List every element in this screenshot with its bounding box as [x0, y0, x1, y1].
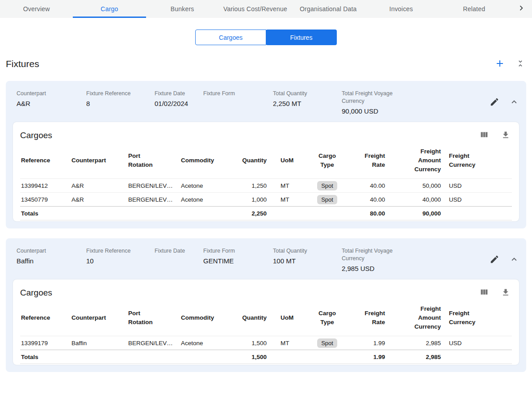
col-reference: Reference	[20, 313, 71, 322]
edit-fixture-button[interactable]	[490, 254, 499, 266]
cell-reference: 13399179	[20, 340, 71, 347]
col-port-rotation: Port Rotation	[127, 309, 180, 327]
plus-icon	[494, 58, 505, 70]
tab-overview[interactable]: Overview	[0, 0, 73, 18]
field-value: 10	[86, 257, 150, 266]
cell-port-rotation: BERGEN/LEV…	[127, 340, 180, 347]
chevron-right-icon	[516, 3, 526, 15]
cell-freight-rate: 40.00	[348, 182, 386, 189]
totals-row: Totals 1,500 1.99 2,985	[20, 350, 512, 364]
tab-cargo[interactable]: Cargo	[73, 0, 146, 18]
field-value: 2,985 USD	[342, 264, 434, 273]
cell-freight-currency: USD	[442, 182, 512, 189]
cargoes-toggle-button[interactable]: Cargoes	[195, 30, 266, 45]
col-reference: Reference	[20, 156, 71, 165]
top-nav: Overview Cargo Bunkers Various Cost/Reve…	[0, 0, 532, 18]
cell-cargo-type: Spot	[306, 181, 348, 190]
col-port-rotation: Port Rotation	[127, 152, 180, 169]
field-value: A&R	[17, 99, 82, 108]
table-row[interactable]: 13450779 A&R BERGEN/LEV… Acetone 1,000 M…	[20, 192, 512, 206]
field-fixture-date: Fixture Date 01/02/2024	[155, 90, 203, 108]
col-uom: UoM	[268, 156, 306, 165]
table-row[interactable]: 13399412 A&R BERGEN/LEV… Acetone 1,250 M…	[20, 178, 512, 192]
field-label: Total Quantity	[273, 247, 337, 255]
collapse-all-button[interactable]	[516, 59, 525, 69]
field-label: Fixture Reference	[86, 247, 150, 255]
cargoes-title: Cargoes	[20, 131, 52, 140]
cell-cargo-type: Spot	[306, 195, 348, 204]
field-value: GENTIME	[203, 257, 268, 266]
col-counterpart: Counterpart	[71, 313, 127, 322]
fixtures-toggle-button[interactable]: Fixtures	[266, 30, 337, 45]
totals-quantity: 1,500	[230, 354, 268, 360]
cell-commodity: Acetone	[180, 196, 230, 203]
unfold-less-icon	[516, 59, 525, 69]
columns-icon	[479, 287, 489, 298]
download-button[interactable]	[501, 288, 510, 298]
col-quantity: Quantity	[230, 313, 268, 322]
cell-counterpart: A&R	[71, 196, 127, 203]
nav-scroll-right-button[interactable]	[511, 0, 532, 18]
totals-row: Totals 2,250 80.00 90,000	[20, 206, 512, 220]
cargo-type-chip: Spot	[317, 338, 337, 348]
cell-counterpart: Baffin	[71, 340, 127, 347]
totals-label: Totals	[20, 354, 71, 360]
collapse-fixture-button[interactable]	[509, 97, 519, 108]
field-label: Counterpart	[17, 90, 82, 97]
field-value: 8	[86, 99, 150, 108]
field-fixture-reference: Fixture Reference 10	[86, 247, 155, 266]
cell-freight-amount-currency: 2,985	[386, 340, 442, 347]
tab-various-cost-revenue[interactable]: Various Cost/Revenue	[219, 0, 292, 18]
cell-commodity: Acetone	[180, 340, 230, 347]
cargo-type-chip: Spot	[317, 195, 337, 204]
column-settings-button[interactable]	[479, 287, 489, 298]
field-value: Baffin	[17, 257, 82, 266]
cell-freight-amount-currency: 40,000	[386, 196, 442, 203]
fixture-card: Counterpart Baffin Fixture Reference 10 …	[6, 238, 526, 372]
field-value: 01/02/2024	[155, 99, 199, 108]
field-label: Fixture Form	[203, 247, 268, 255]
field-total-freight-voyage-currency: Total Freight Voyage Currency 90,000 USD	[342, 90, 438, 116]
cell-cargo-type: Spot	[306, 338, 348, 348]
col-freight-currency: Freight Currency	[442, 152, 512, 169]
cell-uom: MT	[268, 340, 306, 347]
field-label: Fixture Date	[155, 90, 199, 97]
col-freight-amount-currency: Freight Amount Currency	[386, 304, 442, 331]
col-uom: UoM	[268, 313, 306, 322]
cell-freight-rate: 40.00	[348, 196, 386, 203]
col-quantity: Quantity	[230, 156, 268, 165]
field-label: Fixture Date	[155, 247, 199, 255]
download-button[interactable]	[501, 131, 510, 141]
table-row[interactable]: 13399179 Baffin BERGEN/LEV… Acetone 1,50…	[20, 336, 512, 350]
totals-freight-rate: 1.99	[348, 354, 386, 360]
field-value	[155, 257, 199, 266]
tab-organisational-data[interactable]: Organisational Data	[292, 0, 364, 18]
field-counterpart: Counterpart A&R	[17, 90, 86, 108]
edit-fixture-button[interactable]	[490, 97, 499, 108]
field-value: 2,250 MT	[273, 99, 337, 108]
add-fixture-button[interactable]	[494, 58, 505, 70]
field-total-quantity: Total Quantity 2,250 MT	[273, 90, 342, 108]
field-value: 100 MT	[273, 257, 337, 266]
column-settings-button[interactable]	[479, 130, 489, 141]
cargoes-title: Cargoes	[20, 288, 52, 298]
field-label: Counterpart	[17, 247, 82, 255]
page-title: Fixtures	[6, 59, 39, 69]
tab-invoices[interactable]: Invoices	[364, 0, 437, 18]
field-label: Fixture Reference	[86, 90, 150, 97]
tab-related[interactable]: Related	[438, 0, 511, 18]
tab-bunkers[interactable]: Bunkers	[146, 0, 219, 18]
cell-port-rotation: BERGEN/LEV…	[127, 182, 180, 189]
cell-quantity: 1,000	[230, 196, 268, 203]
field-total-quantity: Total Quantity 100 MT	[273, 247, 342, 266]
field-label: Total Freight Voyage Currency	[342, 90, 404, 105]
col-freight-rate: Freight Rate	[348, 152, 386, 169]
pencil-icon	[490, 254, 499, 266]
collapse-fixture-button[interactable]	[509, 254, 519, 266]
table-header-row: Reference Counterpart Port Rotation Comm…	[20, 300, 512, 336]
field-fixture-reference: Fixture Reference 8	[86, 90, 155, 108]
totals-freight-amount-currency: 90,000	[386, 210, 442, 217]
cell-uom: MT	[268, 182, 306, 189]
cell-quantity: 1,500	[230, 340, 268, 347]
col-counterpart: Counterpart	[71, 156, 127, 165]
